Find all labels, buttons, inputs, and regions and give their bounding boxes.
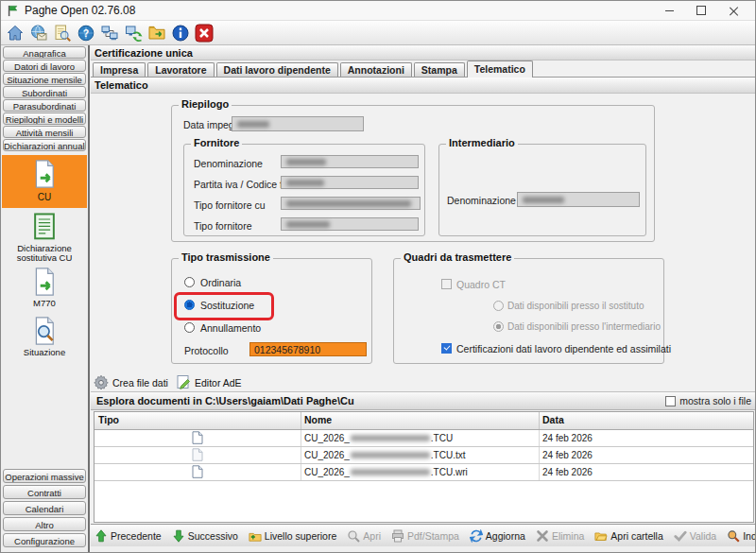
sync-computer-icon[interactable] [122,22,145,43]
minimize-icon [665,10,674,11]
search-document-icon[interactable] [51,22,74,43]
arrow-up-icon [94,529,108,543]
apri-cartella-button[interactable]: Apri cartella [594,529,662,543]
quadri-group: Quadri da trasmettere Quadro CT Dati dis… [393,258,664,364]
intermediario-group-title: Intermediario [446,137,518,148]
tab-stampa[interactable]: Stampa [414,62,465,77]
column-header-tipo[interactable]: Tipo [98,414,119,425]
file-name: CU_2026_.TCU [301,430,538,446]
redacted-value [237,121,269,128]
open-folder-icon [594,529,608,543]
file-icon [192,448,203,463]
mostra-solo-file-toggle[interactable]: mostra solo i file [665,395,751,406]
main-toolbar: ? [1,21,755,45]
sidebar-item-situazione[interactable]: Situazione [2,316,87,357]
denominazione-label: Denominazione [194,158,263,169]
tab-lavoratore[interactable]: Lavoratore [147,62,214,77]
column-header-nome[interactable]: Nome [304,414,332,425]
refresh-icon [470,529,483,543]
mostra-solo-file-label: mostra solo i file [679,395,751,406]
table-row[interactable]: CU_2026_.TCU.txt 24 feb 2026 [94,447,753,464]
sidebar-item-parasubordinati[interactable]: Parasubordinati [3,99,86,112]
minimize-button[interactable] [653,1,685,20]
sidebar-item-situazione-label: Situazione [2,348,87,357]
magnifier-icon [347,529,360,543]
sidebar-item-altro[interactable]: Altro [3,517,86,531]
sidebar-item-configurazione[interactable]: Configurazione [3,533,86,547]
tab-annotazioni[interactable]: Annotazioni [340,62,412,77]
successivo-button[interactable]: Successivo [172,529,238,543]
tipo-trasmissione-group: Tipo trasmissione Ordinaria Sostituzione… [171,258,372,364]
printer-icon [391,529,404,543]
sidebar-item-cu[interactable]: CU [2,155,87,208]
window-title: Paghe Open 02.76.08 [25,4,135,17]
dati-intermediario-label: Dati disponibili presso l'intermediario [507,321,661,332]
sidebar-item-operazioni-massive[interactable]: Operazioni massive [3,469,86,483]
navigation-toolbar: Precedente Successivo Livello superiore … [91,524,756,546]
certificazioni-checkbox[interactable] [441,343,452,354]
precedente-button[interactable]: Precedente [94,529,162,543]
tipo-fornitore-field [281,217,419,231]
editor-ade-label: Editor AdE [195,377,242,389]
maximize-icon [696,6,706,15]
back-magnifier-icon [727,529,740,543]
globe-mail-icon[interactable] [27,22,50,43]
column-separator [539,412,540,429]
folder-export-icon[interactable] [146,22,168,43]
status-strip [91,546,756,553]
fornitore-group: Fornitore Denominazione Partita iva / Co… [183,144,425,236]
sidebar-item-subordinati[interactable]: Subordinati [3,86,86,98]
column-header-data[interactable]: Data [542,414,564,425]
dati-sostituto-radio [493,301,504,311]
edit-document-icon [176,374,195,391]
info-icon[interactable] [169,22,192,43]
quadri-group-title: Quadri da trasmettere [401,251,514,263]
ordinaria-radio [184,277,195,287]
sidebar-item-dichiarazione-sostitutiva-cu[interactable]: Dichiarazione sostitutiva CU [2,212,87,263]
mostra-solo-file-checkbox [665,396,676,406]
file-name: CU_2026_.TCU.wri [301,464,538,480]
redacted-value [351,469,430,475]
home-icon[interactable] [4,22,26,43]
sidebar-item-contratti[interactable]: Contratti [3,485,86,499]
riepilogo-group: Riepilogo Data impegno Fornitore Denomin… [171,105,655,242]
documents-table: Tipo Nome Data CU_2026_.TCU 24 feb 2026 … [94,411,754,523]
column-separator [301,412,301,429]
esplora-title: Esplora documenti in C:\Users\gaiam\Dati… [96,395,354,406]
maximize-button[interactable] [685,1,717,20]
protocollo-input[interactable]: 012345678910 [249,342,367,356]
title-bar: Paghe Open 02.76.08 [1,1,755,21]
tab-telematico[interactable]: Telematico [467,60,533,78]
sidebar-item-riepiloghi[interactable]: Riepiloghi e modelli [3,112,86,125]
close-button[interactable] [717,1,749,20]
sidebar-item-datori-di-lavoro[interactable]: Datori di lavoro [3,60,86,72]
sidebar-item-anagrafica[interactable]: Anagrafica [3,46,86,59]
apri-button: Apri [347,529,381,543]
sidebar-item-m770[interactable]: M770 [2,267,87,308]
annullamento-radio [184,322,195,333]
sidebar-item-attivita-mensili[interactable]: Attività mensili [3,126,86,138]
intermediario-group: Intermediario Denominazione [438,144,646,236]
main-panel: Certificazione unica Impresa Lavoratore … [91,45,756,553]
file-date: 24 feb 2026 [539,464,754,480]
table-row[interactable]: CU_2026_.TCU 24 feb 2026 [94,430,753,447]
fornitore-group-title: Fornitore [191,137,242,148]
sidebar-item-dichiarazioni-annuali[interactable]: Dichiarazioni annuali [3,139,86,151]
exit-icon[interactable] [193,22,215,43]
help-globe-icon[interactable]: ? [75,22,97,43]
page-title: Certificazione unica [91,45,756,60]
dati-sostituto-label: Dati disponibili presso il sostituto [507,301,644,311]
sidebar-item-situazione-mensile[interactable]: Situazione mensile [3,73,86,85]
livello-superiore-button[interactable]: Livello superiore [249,529,336,543]
network-icon[interactable] [98,22,121,43]
aggiorna-button[interactable]: Aggiorna [470,529,525,543]
sidebar-item-calendari[interactable]: Calendari [3,501,86,515]
riepilogo-group-title: Riepilogo [179,98,232,110]
tab-dati-lavoro-dipendente[interactable]: Dati lavoro dipendente [216,62,338,77]
crea-file-dati-button[interactable]: Crea file dati [94,374,168,391]
indietro-button[interactable]: Indietro [727,529,756,543]
crea-file-dati-label: Crea file dati [112,377,168,389]
tab-impresa[interactable]: Impresa [93,62,146,77]
table-row[interactable]: CU_2026_.TCU.wri 24 feb 2026 [94,464,753,481]
editor-ade-button[interactable]: Editor AdE [176,374,242,391]
